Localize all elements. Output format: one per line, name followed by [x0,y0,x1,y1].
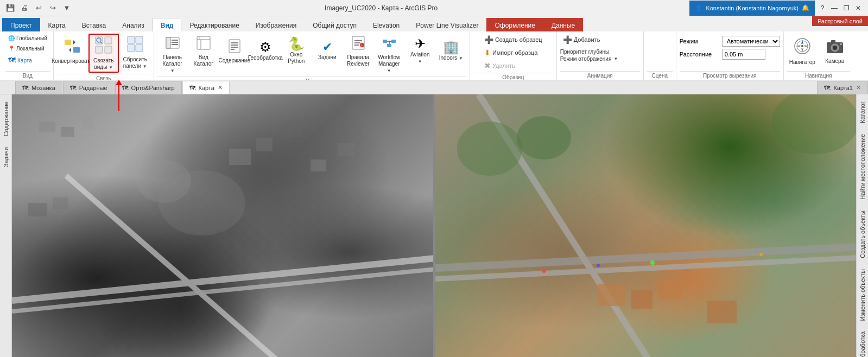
sozdat-obekty-side-tab[interactable]: Создать объекты [857,206,868,263]
doc-tab-orto[interactable]: 🗺 Орто&Pansharp [115,81,182,94]
nayti-mestopolozhenie-side-tab[interactable]: Найти местоположение [857,129,868,205]
geoobrabotka-button[interactable]: ⚙ Геообработка [250,34,281,68]
map-background-bw [12,94,433,357]
aviation-button[interactable]: ✈ Aviation ▼ [405,34,435,68]
konvertirovat-button[interactable]: Конвертировать [57,34,87,68]
tab-dannye[interactable]: Данные [543,18,583,32]
zadachi-label: Задачи [318,54,337,61]
maximize-button[interactable]: ❐ [841,3,852,14]
map-panel-color[interactable] [435,94,857,357]
svg-rect-31 [387,44,391,47]
ribbon-group-scena: Сцена [644,31,676,80]
indoors-icon: 🏢 [443,41,459,54]
animaciya-group-content: ➕ Добавить Приоритет глубины Режим отобр… [560,34,640,70]
vid-katalog-icon [196,35,211,53]
tab-elevation[interactable]: Elevation [365,18,408,32]
tab-analiz[interactable]: Анализ [114,18,153,32]
lokalnyy-label: Локальный [16,46,45,52]
sozdat-obrazec-button[interactable]: ➕ Создать образец [481,34,545,46]
dobavit-anim-button[interactable]: ➕ Добавить [560,34,603,46]
doc-tab-radarnye[interactable]: 🗺 Радарные [63,81,115,94]
aviation-icon: ✈ [415,37,426,50]
katalog-side-tab[interactable]: Каталог [857,97,868,128]
close-button[interactable]: ✕ [853,3,864,14]
soderzhanie-side-tab[interactable]: Содержание [1,97,11,141]
ribbon-group-prosmotr: Режим Автоматически Расстояние Просмотр … [676,31,784,80]
svg-rect-58 [338,143,355,156]
panel-katalog-button[interactable]: Панель Каталог ▼ [157,34,188,75]
tab-obshchiy-dostup[interactable]: Общий доступ [305,18,365,32]
redo-icon[interactable]: ↪ [47,2,59,14]
globalnyy-button[interactable]: 🌐 Глобальный [5,34,50,43]
vid-katalog-button[interactable]: Вид Каталог [188,34,219,69]
help-button[interactable]: ? [817,3,828,14]
kamera-button[interactable]: Камера [820,34,850,68]
doc-tab-karta[interactable]: 🗺 Карта ✕ [182,81,230,94]
zadachi-side-tab[interactable]: Задачи [1,142,11,172]
dropdown-icon[interactable]: ▼ [61,2,73,14]
svg-rect-0 [65,40,71,45]
tab-izobrajeniya[interactable]: Изображения [248,18,305,32]
soderzhanie-button[interactable]: Содержание [219,34,250,68]
geoobrabotka-side-tab[interactable]: Геообработка [857,327,868,357]
print-icon[interactable]: 🖨 [18,2,30,14]
tab-power-line[interactable]: Power Line Visualizer [408,18,486,32]
tab-redaktirovanie[interactable]: Редактирование [181,18,247,32]
lokalnyy-button[interactable]: 📍 Локальный [5,44,50,53]
zadachi-icon: ✔ [322,41,332,53]
pravila-reviewer-button[interactable]: ! Правила Reviewer [343,34,373,69]
zadachi-button[interactable]: ✔ Задачи [312,34,343,68]
karta-tab-close[interactable]: ✕ [218,84,223,91]
rasstoyaniye-input[interactable] [722,49,765,60]
karta1-tab-close[interactable]: ✕ [856,84,861,91]
user-icon: 👤 [695,4,702,11]
tab-karta[interactable]: Карта [40,18,74,32]
title-bar: 💾 🖨 ↩ ↪ ▼ Imagery_UC2020 - Карта - ArcGI… [0,0,868,16]
tab-vstavka[interactable]: Вставка [74,18,115,32]
svg-rect-53 [53,197,68,209]
tab-oformlenie[interactable]: Оформление [486,18,543,32]
import-obrazca-button[interactable]: ⬇ Импорт образца [481,47,541,59]
obrazec-group-label: Образец [473,73,553,80]
ribbon-group-animaciya: ➕ Добавить Приоритет глубины Режим отобр… [557,31,644,80]
undo-icon[interactable]: ↩ [33,2,45,14]
global-icon: 🌐 [8,35,15,41]
map-area: Содержание Задачи [0,94,868,357]
geoobrabotka-label: Геообработка [248,55,283,61]
bell-icon[interactable]: 🔔 [802,4,809,11]
svg-point-43 [833,46,837,50]
izmenit-obekty-side-tab[interactable]: Изменить объекты [857,264,868,326]
doc-tab-mozaika[interactable]: 🗺 Мозаика [15,81,62,94]
svg-line-46 [12,257,433,301]
user-name: Konstantin (Konstantin Nagornyuk) [706,5,799,11]
sbrosit-paneli-button[interactable]: Сбросить панели ▼ [120,34,150,71]
svyazat-vidy-button[interactable]: Связать виды ▼ [88,34,119,73]
navigator-button[interactable]: Навигатор [787,34,818,68]
okno-python-button[interactable]: 🐍 Окно Python [281,34,312,68]
indoors-button[interactable]: 🏢 Indoors ▼ [436,34,466,68]
svg-rect-49 [39,122,55,132]
save-icon[interactable]: 💾 [4,2,16,14]
radarnye-label: Радарные [79,85,107,91]
map-panel-bw[interactable] [12,94,433,357]
svg-rect-52 [28,203,47,216]
tab-vid[interactable]: Вид [153,18,182,32]
doc-tab-karta1[interactable]: 🗺 Карта1 ✕ [817,81,868,94]
svg-rect-29 [383,40,387,43]
workflow-manager-button[interactable]: Workflow Manager ▼ [374,34,404,75]
soderzhanie-icon [227,39,242,56]
karta-view-button[interactable]: 🗺 Карта [5,54,50,66]
import-obrazca-icon: ⬇ [484,48,491,57]
svyaz-group-label: Связь [57,74,150,80]
svg-rect-3 [105,37,112,44]
udalit-button: ✖ Удалить [481,60,518,72]
ribbon-group-vid: 🌐 Глобальный 📍 Локальный 🗺 Карта Вид [2,31,54,80]
svg-point-66 [772,94,857,154]
svg-point-72 [597,264,600,267]
ribbon-group-obrazec: ➕ Создать образец ⬇ Импорт образца ✖ Уда… [470,31,557,80]
rejim-dropdown[interactable]: Автоматически [722,36,780,47]
navigator-label: Навигатор [789,59,815,66]
tab-proekt[interactable]: Проект [2,18,40,32]
minimize-button[interactable]: — [829,3,840,14]
svg-rect-9 [136,36,143,43]
